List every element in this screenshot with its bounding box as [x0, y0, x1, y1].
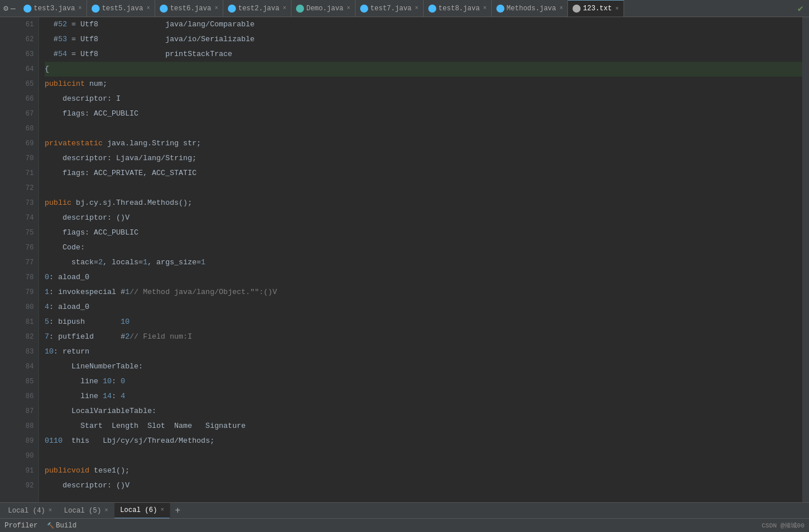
code-line: public bj.cy.sj.Thread.Methods();	[45, 196, 802, 211]
code-line: {	[45, 62, 802, 77]
code-line: 10: return	[45, 344, 802, 359]
bottom-tab-close-button[interactable]: ×	[49, 507, 52, 514]
tab-label: 123.txt	[583, 5, 611, 13]
tab-file-icon	[92, 5, 100, 13]
tab-label: test5.java	[102, 5, 143, 13]
tab-test8-java[interactable]: test8.java×	[424, 0, 492, 17]
code-line: flags: ACC_PUBLIC	[45, 225, 802, 240]
code-line: LineNumberTable:	[45, 359, 802, 374]
tab-123-txt[interactable]: 123.txt×	[568, 0, 623, 17]
line-number: 78	[10, 270, 34, 285]
code-line: 4: aload_0	[45, 300, 802, 315]
tab-bar-controls: ⚙ —	[0, 3, 19, 13]
line-number: 66	[10, 92, 34, 106]
tab-file-icon	[428, 5, 436, 13]
tab-close-button[interactable]: ×	[78, 5, 82, 11]
bottom-tab-Local--6-[interactable]: Local (6)×	[115, 503, 171, 519]
line-number: 77	[10, 255, 34, 270]
bottom-tab-label: Local (5)	[64, 507, 101, 515]
code-line: line 10: 0	[45, 374, 802, 389]
tab-close-button[interactable]: ×	[347, 5, 350, 11]
code-editor[interactable]: #52 = Utf8 java/lang/Comparable #53 = Ut…	[39, 17, 802, 502]
tab-label: test3.java	[34, 5, 75, 13]
tab-test3-java[interactable]: test3.java×	[19, 0, 87, 17]
tab-label: Demo.java	[306, 5, 344, 13]
code-line: line 14: 4	[45, 389, 802, 404]
code-line: private static java.lang.String str;	[45, 136, 802, 151]
code-line: Start Length Slot Name Signature	[45, 419, 802, 434]
tab-close-button[interactable]: ×	[283, 5, 286, 11]
line-number: 85	[10, 374, 34, 389]
bottom-tab-Local--5-[interactable]: Local (5)×	[58, 503, 115, 519]
line-number: 86	[10, 389, 34, 404]
line-number: 62	[10, 32, 34, 47]
tab-label: test6.java	[170, 5, 211, 13]
tab-test5-java[interactable]: test5.java×	[87, 0, 155, 17]
status-bar: Profiler 🔨 Build CSDN @倾城00	[0, 518, 809, 532]
code-line: flags: ACC_PUBLIC	[45, 106, 802, 121]
right-scrollbar[interactable]	[802, 17, 809, 502]
tab-test7-java[interactable]: test7.java×	[356, 0, 424, 17]
line-number: 87	[10, 404, 34, 419]
tab-test6-java[interactable]: test6.java×	[155, 0, 223, 17]
tab-bar: ⚙ — test3.java×test5.java×test6.java×tes…	[0, 0, 809, 17]
line-number: 65	[10, 77, 34, 92]
build-button[interactable]: 🔨 Build	[47, 522, 77, 530]
build-label: Build	[56, 522, 77, 530]
bottom-tabs: Local (4)×Local (5)×Local (6)×+	[0, 502, 809, 518]
tab-file-icon	[360, 5, 368, 13]
tab-close-button[interactable]: ×	[415, 5, 419, 11]
tab-file-icon	[573, 5, 581, 13]
add-tab-button[interactable]: +	[170, 506, 185, 516]
line-number: 90	[10, 448, 34, 463]
line-number: 89	[10, 434, 34, 448]
tab-close-button[interactable]: ×	[215, 5, 218, 11]
profiler-button[interactable]: Profiler	[5, 522, 38, 530]
code-line: public int num;	[45, 77, 802, 92]
tab-close-button[interactable]: ×	[147, 5, 150, 11]
line-number: 64	[10, 62, 34, 77]
line-number: 63	[10, 47, 34, 62]
tab-close-button[interactable]: ×	[559, 5, 563, 11]
line-numbers: 6162636465666768697071727374757677787980…	[10, 17, 39, 502]
line-number: 69	[10, 136, 34, 151]
code-line: descriptor: ()V	[45, 211, 802, 225]
line-number: 72	[10, 181, 34, 196]
line-number: 84	[10, 359, 34, 374]
tab-Demo-java[interactable]: Demo.java×	[291, 0, 356, 17]
code-line: public void tese1();	[45, 463, 802, 478]
watermark: CSDN @倾城00	[761, 521, 804, 530]
tab-close-button[interactable]: ×	[615, 6, 619, 12]
code-line: descriptor: ()V	[45, 478, 802, 493]
left-margin	[0, 17, 10, 502]
line-number: 61	[10, 17, 34, 32]
tab-file-icon	[296, 5, 304, 13]
build-icon: 🔨	[47, 522, 54, 529]
tab-Methods-java[interactable]: Methods.java×	[492, 0, 568, 17]
code-line: 7: putfield #2 // Field num:I	[45, 329, 802, 344]
line-number: 71	[10, 166, 34, 181]
tab-test2-java[interactable]: test2.java×	[223, 0, 291, 17]
code-line: 1: invokespecial #1 // Method java/lang/…	[45, 285, 802, 300]
minimize-icon[interactable]: —	[10, 4, 15, 13]
tab-close-button[interactable]: ×	[483, 5, 487, 11]
code-line: LocalVariableTable:	[45, 404, 802, 419]
code-line: stack=2, locals=1, args_size=1	[45, 255, 802, 270]
code-line	[45, 121, 802, 136]
bottom-tab-Local--4-[interactable]: Local (4)×	[2, 503, 58, 519]
line-number: 67	[10, 106, 34, 121]
bottom-tab-close-button[interactable]: ×	[160, 507, 164, 513]
tab-label: test2.java	[238, 5, 279, 13]
tab-file-icon	[228, 5, 236, 13]
code-line: #54 = Utf8 printStackTrace	[45, 47, 802, 62]
settings-icon[interactable]: ⚙	[3, 3, 8, 13]
code-line	[45, 448, 802, 463]
check-indicator: ✔	[798, 3, 809, 14]
code-line: #52 = Utf8 java/lang/Comparable	[45, 17, 802, 32]
bottom-tab-close-button[interactable]: ×	[105, 507, 108, 514]
bottom-tab-label: Local (4)	[8, 507, 45, 515]
line-number: 88	[10, 419, 34, 434]
code-line: #53 = Utf8 java/io/Serializable	[45, 32, 802, 47]
line-number: 75	[10, 225, 34, 240]
line-number: 80	[10, 300, 34, 315]
